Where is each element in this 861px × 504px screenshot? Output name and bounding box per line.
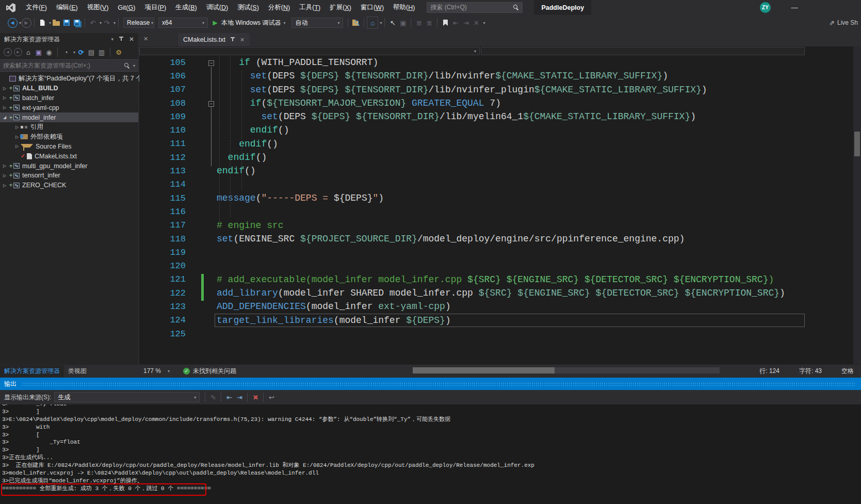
chevron-collapsed-icon[interactable]: ▷	[13, 144, 21, 149]
filter-dropdown-icon[interactable]: ▾	[73, 50, 75, 55]
output-console[interactable]: 3> _Ty=float3> ]3>E:\0824\PaddleX\deploy…	[0, 404, 861, 504]
editor-vertical-scrollbar[interactable]	[853, 46, 861, 364]
tree-item[interactable]: ▷+batch_infer	[0, 93, 138, 103]
chevron-collapsed-icon[interactable]: ▷	[1, 173, 8, 178]
switch-views-icon[interactable]: ▣	[34, 46, 43, 58]
pointer-mode-icon[interactable]: ↖	[387, 17, 398, 28]
tree-item[interactable]: ▷+ext-yaml-cpp	[0, 103, 138, 112]
menu-item-B[interactable]: 生成(B)	[171, 0, 202, 15]
menu-item-N[interactable]: 分析(N)	[264, 0, 295, 15]
output-panel-header[interactable]: 输出	[0, 378, 861, 390]
forward-icon[interactable]: ▶	[13, 46, 23, 58]
code-line[interactable]: 115message("-----DEPS = ${DEPS}")	[139, 191, 853, 205]
code-line[interactable]: 113endif()	[139, 164, 853, 177]
tool-tab-inactive[interactable]: 类视图	[64, 365, 91, 377]
tree-item[interactable]: ▷引用	[0, 122, 138, 132]
chevron-collapsed-icon[interactable]: ▷	[1, 183, 8, 188]
tree-item[interactable]: ▷+multi_gpu_model_infer	[0, 161, 138, 171]
solution-home-icon[interactable]: ⌂	[367, 17, 378, 29]
chevron-collapsed-icon[interactable]: ▷	[1, 95, 8, 100]
document-health[interactable]: ✓ 未找到相关问题	[183, 367, 236, 376]
code-area[interactable]: 105 if (WITH_PADDLE_TENSORRT)106 set(DEP…	[139, 56, 853, 363]
code-line[interactable]: 107 set(DEPS ${DEPS} ${TENSORRT_DIR}/lib…	[139, 83, 853, 96]
save-icon[interactable]	[61, 17, 72, 28]
tree-item[interactable]: 解决方案“PaddleDeploy”(7 个项目，共 7 个)	[0, 74, 138, 84]
toolbar-overflow-icon[interactable]: ▾	[483, 21, 485, 25]
chevron-collapsed-icon[interactable]: ▷	[13, 135, 21, 139]
live-share-button[interactable]: ⇗ Live Sh	[829, 15, 860, 30]
code-line[interactable]: 114	[139, 178, 853, 191]
document-tab[interactable]: CMakeLists.txt ✕	[178, 33, 250, 46]
scrollbar-thumb[interactable]	[854, 132, 860, 156]
chevron-expanded-icon[interactable]: ◢	[1, 115, 8, 120]
next-bookmark-icon[interactable]: ⇥	[461, 17, 471, 28]
next-message-icon[interactable]: ⇥	[234, 392, 245, 403]
pin-icon[interactable]	[119, 37, 124, 42]
close-tab-icon[interactable]: ✕	[240, 37, 245, 43]
output-source-select[interactable]: 生成 ▾	[54, 392, 200, 402]
redo-icon[interactable]: ↷	[102, 17, 112, 28]
previous-bookmark-icon[interactable]: ⇤	[450, 17, 461, 28]
code-line[interactable]: 116	[139, 205, 853, 218]
minimize-button[interactable]: —	[786, 0, 803, 15]
menu-item-T[interactable]: 工具(T)	[295, 0, 325, 15]
code-line[interactable]: 105 if (WITH_PADDLE_TENSORRT)	[139, 56, 853, 69]
chevron-collapsed-icon[interactable]: ▷	[13, 125, 21, 129]
properties-wrench-icon[interactable]: ⚙	[114, 46, 123, 58]
code-line[interactable]: 120	[139, 259, 853, 272]
show-all-files-icon[interactable]: ▥	[97, 46, 106, 58]
configuration-select[interactable]: Release▾	[123, 18, 154, 28]
menu-item-W[interactable]: 窗口(W)	[356, 0, 388, 15]
nav-forward-icon[interactable]: ▶	[21, 17, 31, 28]
tree-item[interactable]: ▷+ZERO_CHECK	[0, 181, 138, 190]
menu-item-P[interactable]: 项目(P)	[140, 0, 171, 15]
decrease-indent-icon[interactable]: ≣	[414, 17, 424, 28]
find-in-files-icon[interactable]	[351, 17, 361, 28]
new-file-icon[interactable]	[37, 17, 47, 28]
code-line[interactable]: 124target_link_libraries(model_infer ${D…	[139, 314, 853, 327]
tree-item[interactable]: ▷Source Files	[0, 142, 138, 152]
pending-changes-filter-icon[interactable]: ◔	[61, 46, 71, 58]
menu-item-H[interactable]: 帮助(H)	[388, 0, 419, 15]
code-line[interactable]: 110 endif()	[139, 123, 853, 137]
nav-back-icon[interactable]: ◀	[7, 17, 18, 28]
close-group-icon[interactable]: ✕	[143, 36, 148, 42]
quick-search-input[interactable]: 搜索 (Ctrl+Q)	[427, 2, 523, 13]
types-dropdown[interactable]: ▾	[139, 47, 480, 55]
tree-item[interactable]: ◢+model_infer	[0, 112, 138, 122]
chevron-collapsed-icon[interactable]: ▷	[1, 86, 8, 91]
menu-item-X[interactable]: 扩展(X)	[325, 0, 356, 15]
previous-message-icon[interactable]: ⇤	[224, 392, 234, 403]
tool-tab-active[interactable]: 解决方案资源管理器	[0, 365, 64, 377]
code-line[interactable]: 111 endif()	[139, 137, 853, 151]
code-line[interactable]: 106 set(DEPS ${DEPS} ${TENSORRT_DIR}/lib…	[139, 69, 853, 83]
code-line[interactable]: 112 endif()	[139, 151, 853, 164]
avatar[interactable]: ZY	[760, 2, 771, 13]
code-line[interactable]: 123ADD_DEPENDENCIES(model_infer ext-yaml…	[139, 300, 853, 313]
close-panel-icon[interactable]: ✕	[129, 36, 134, 43]
code-line[interactable]: 109 set(DEPS ${DEPS} ${TENSORRT_DIR}/lib…	[139, 110, 853, 123]
tree-item[interactable]: ▷+tensorrt_infer	[0, 171, 138, 181]
code-line[interactable]: 121# add_executable(model_infer model_in…	[139, 273, 853, 286]
open-file-icon[interactable]	[51, 17, 61, 28]
toggle-bookmark-icon[interactable]	[440, 17, 450, 28]
menu-item-E[interactable]: 编辑(E)	[52, 0, 83, 15]
search-options-icon[interactable]: ▾	[133, 63, 135, 68]
fold-collapse-icon[interactable]: −	[208, 101, 214, 107]
members-dropdown[interactable]	[481, 47, 805, 55]
menu-item-G[interactable]: Git(G)	[113, 0, 140, 15]
all-files-icon[interactable]: ◉	[44, 46, 54, 58]
panel-dropdown-icon[interactable]: ▾	[111, 37, 113, 42]
redo-dropdown-icon[interactable]: ▾	[113, 21, 116, 25]
collapse-all-icon[interactable]: ▤	[87, 46, 96, 58]
clone-code-icon[interactable]: ▣	[398, 17, 408, 28]
tree-item[interactable]: ▷+ALL_BUILD	[0, 84, 138, 93]
clear-all-icon[interactable]: ✖	[250, 392, 261, 403]
home-dropdown-icon[interactable]: ▾	[380, 21, 382, 25]
increase-indent-icon[interactable]: ≣	[424, 17, 434, 28]
code-line[interactable]: 125	[139, 327, 853, 340]
menu-item-V[interactable]: 视图(V)	[83, 0, 113, 15]
platform-select[interactable]: x64▾	[158, 18, 208, 28]
pin-tab-icon[interactable]	[230, 37, 235, 43]
backward-icon[interactable]: ◀	[3, 46, 12, 58]
